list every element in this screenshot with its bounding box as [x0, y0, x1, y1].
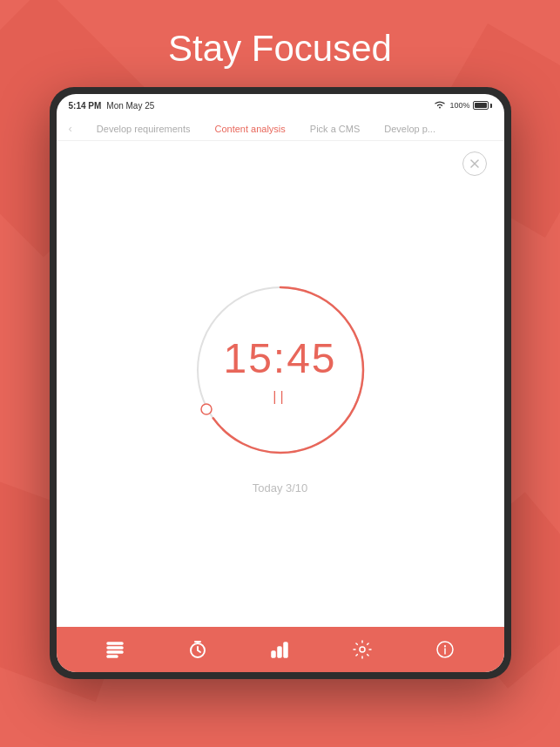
svg-rect-10	[272, 651, 275, 657]
timer-container: 15:45 ||	[185, 274, 376, 466]
close-button[interactable]	[462, 151, 487, 176]
bottom-tab-timer[interactable]	[180, 632, 215, 667]
svg-rect-11	[278, 647, 281, 657]
timer-drag-handle[interactable]	[200, 403, 213, 419]
bottom-tabbar	[57, 627, 504, 672]
svg-point-4	[201, 404, 212, 414]
svg-rect-7	[107, 651, 123, 653]
tabs-navigation: ‹ Develop requirements Content analysis …	[57, 113, 504, 141]
status-bar: 5:14 PM Mon May 25 100%	[57, 94, 504, 113]
battery-percent: 100%	[449, 101, 469, 110]
wifi-icon	[434, 100, 446, 111]
svg-rect-8	[107, 656, 118, 657]
timer-display: 15:45 ||	[223, 334, 336, 405]
status-date: Mon May 25	[106, 101, 154, 111]
svg-rect-12	[284, 643, 287, 657]
status-right: 100%	[434, 100, 491, 111]
timer-time: 15:45	[223, 334, 336, 382]
tab-pick-cms[interactable]: Pick a CMS	[298, 118, 372, 139]
bottom-tab-settings[interactable]	[345, 632, 380, 667]
battery-icon	[473, 101, 489, 110]
tab-develop-req[interactable]: Develop requirements	[84, 118, 203, 139]
ipad-frame: 5:14 PM Mon May 25 100%	[50, 87, 511, 679]
status-time: 5:14 PM	[69, 101, 102, 111]
tab-content-analysis[interactable]: Content analysis	[202, 118, 297, 139]
bottom-tab-list[interactable]	[98, 632, 132, 667]
svg-rect-6	[107, 647, 123, 649]
svg-point-13	[360, 647, 365, 652]
pause-icon[interactable]: ||	[273, 389, 287, 405]
page-title: Stay Focused	[168, 28, 392, 70]
bottom-tab-chart[interactable]	[262, 632, 297, 667]
today-counter: Today 3/10	[253, 481, 308, 495]
tab-back[interactable]: ‹	[57, 117, 84, 140]
bottom-tab-info[interactable]	[428, 632, 462, 667]
tab-develop-p[interactable]: Develop p...	[372, 118, 448, 139]
ipad-screen: 5:14 PM Mon May 25 100%	[57, 94, 504, 672]
battery-container: 100%	[449, 101, 491, 110]
svg-rect-5	[107, 643, 123, 644]
main-content: 15:45 || Today 3/10	[57, 141, 504, 627]
